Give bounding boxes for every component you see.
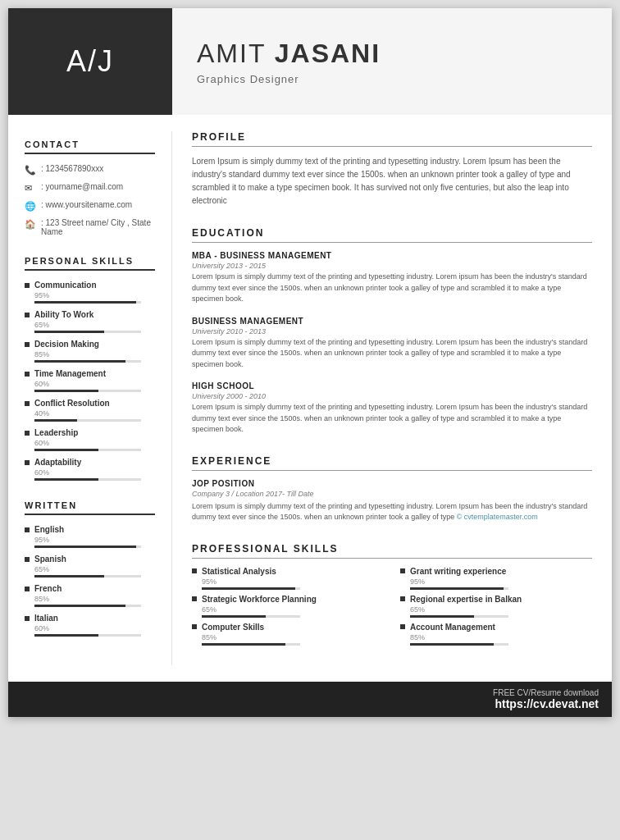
prof-skill-grant: Grant writing experience 95% [400,567,592,590]
bullet-icon [25,401,30,406]
bullet-icon [25,527,30,532]
bullet-icon [192,624,197,629]
personal-skills-section: PERSONAL SKILLS Communication 95% Abilit… [25,256,155,481]
edu-business: BUSINESS MANAGEMENT University 2010 - 20… [192,317,592,371]
address-text: : 123 Street name/ City , State Name [41,218,155,236]
bullet-icon [25,460,30,465]
bullet-icon [25,342,30,347]
last-name: JASANI [275,39,381,68]
professional-skills-section: PROFESSIONAL SKILLS Statistical Analysis… [192,543,592,646]
right-column: PROFILE Lorem Ipsum is simply dummy text… [172,131,612,665]
footer-label: FREE CV/Resume download [21,688,599,697]
skill-time-management: Time Management 60% [25,369,155,392]
header: A/J AMIT JASANI Graphics Designer [8,8,612,115]
email-text: : yourname@mail.com [41,182,123,191]
contact-phone: 📞 : 1234567890xxx [25,164,155,176]
bullet-icon [25,431,30,436]
professional-skills-grid: Statistical Analysis 95% Grant writing e… [192,567,592,646]
edu-highschool-desc: Lorem Ipsum is simply dummy text of the … [192,402,592,436]
address-icon: 🏠 [25,219,36,230]
website-text: : www.yoursitename.com [41,200,132,209]
skill-ability-to-work: Ability To Work 65% [25,310,155,333]
contact-email: ✉ : yourname@mail.com [25,182,155,194]
header-info: AMIT JASANI Graphics Designer [172,8,405,115]
written-section: WRITTEN English 95% Spanish 65% French 8… [25,500,155,637]
monogram: A/J [66,44,114,79]
education-section: EDUCATION MBA - BUSINESS MANAGEMENT Univ… [192,227,592,436]
contact-address: 🏠 : 123 Street name/ City , State Name [25,218,155,236]
professional-skills-title: PROFESSIONAL SKILLS [192,543,592,559]
prof-skill-account: Account Management 85% [400,623,592,646]
prof-skill-regional: Regional expertise in Balkan 65% [400,595,592,618]
skill-adaptability: Adaptability 60% [25,458,155,481]
first-name: AMIT [197,39,275,68]
bullet-icon [192,596,197,601]
personal-skills-title: PERSONAL SKILLS [25,256,155,271]
contact-section: CONTACT 📞 : 1234567890xxx ✉ : yourname@m… [25,139,155,236]
exp-position: JOP POSITION [192,479,592,488]
prof-skill-computer: Computer Skills 85% [192,623,384,646]
email-icon: ✉ [25,183,36,194]
skill-leadership: Leadership 60% [25,428,155,451]
prof-skill-workforce: Strategic Workforce Planning 65% [192,595,384,618]
language-italian: Italian 60% [25,614,155,637]
bullet-icon [25,616,30,621]
bullet-icon [25,283,30,288]
edu-business-school: University 2010 - 2013 [192,327,592,336]
edu-highschool: HIGH SCHOOL University 2000 - 2010 Lorem… [192,381,592,436]
experience-title: EXPERIENCE [192,455,592,471]
footer-link[interactable]: https://cv.devat.net [495,697,599,710]
education-title: EDUCATION [192,227,592,243]
bullet-icon [400,568,405,573]
edu-business-desc: Lorem Ipsum is simply dummy text of the … [192,337,592,371]
full-name: AMIT JASANI [197,39,381,69]
edu-highschool-degree: HIGH SCHOOL [192,381,592,390]
profile-title: PROFILE [192,131,592,147]
edu-mba: MBA - BUSINESS MANAGEMENT University 201… [192,251,592,305]
profile-section: PROFILE Lorem Ipsum is simply dummy text… [192,131,592,208]
edu-business-degree: BUSINESS MANAGEMENT [192,317,592,326]
body: CONTACT 📞 : 1234567890xxx ✉ : yourname@m… [8,115,612,682]
language-english: English 95% [25,525,155,548]
contact-website: 🌐 : www.yoursitename.com [25,200,155,212]
prof-skill-statistical: Statistical Analysis 95% [192,567,384,590]
skill-communication: Communication 95% [25,281,155,304]
edu-mba-school: University 2013 - 2015 [192,262,592,270]
edu-mba-desc: Lorem Ipsum is simply dummy text of the … [192,272,592,305]
website-icon: 🌐 [25,201,36,212]
phone-text: : 1234567890xxx [41,164,103,173]
contact-title: CONTACT [25,139,155,154]
written-title: WRITTEN [25,500,155,515]
bullet-icon [25,313,30,317]
exp-jop: JOP POSITION Company 3 / Location 2017- … [192,479,592,523]
bullet-icon [400,596,405,601]
exp-company: Company 3 / Location 2017- Till Date [192,490,592,498]
edu-highschool-school: University 2000 - 2010 [192,392,592,400]
phone-icon: 📞 [25,165,36,176]
resume-page: A/J AMIT JASANI Graphics Designer CONTAC… [8,8,612,717]
experience-section: EXPERIENCE JOP POSITION Company 3 / Loca… [192,455,592,523]
bullet-icon [25,587,30,591]
left-column: CONTACT 📞 : 1234567890xxx ✉ : yourname@m… [8,131,172,665]
bullet-icon [192,568,197,573]
bullet-icon [400,624,405,629]
job-title: Graphics Designer [197,73,381,85]
language-french: French 85% [25,584,155,607]
footer: FREE CV/Resume download https://cv.devat… [8,682,612,717]
exp-desc: Lorem Ipsum is simply dummy text of the … [192,501,592,523]
profile-text: Lorem Ipsum is simply dummy text of the … [192,155,592,208]
bullet-icon [25,372,30,377]
language-spanish: Spanish 65% [25,555,155,578]
exp-link[interactable]: © cvtemplatemaster.com [457,513,538,521]
edu-mba-degree: MBA - BUSINESS MANAGEMENT [192,251,592,260]
skill-conflict-resolution: Conflict Resolution 40% [25,399,155,422]
header-logo: A/J [8,8,172,115]
bullet-icon [25,557,30,562]
skill-decision-making: Decision Making 85% [25,340,155,363]
